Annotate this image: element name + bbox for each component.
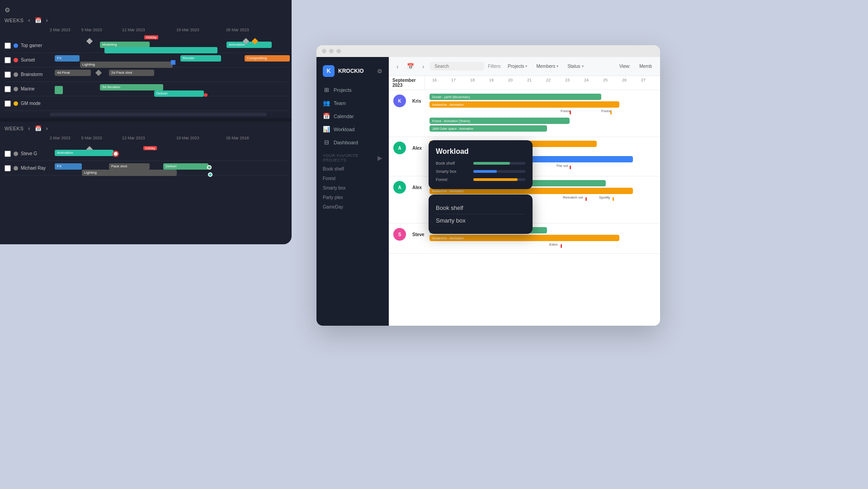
workload-title: Workload bbox=[436, 147, 525, 156]
bar-packshot-michaelray: Pack shot bbox=[109, 163, 150, 170]
kris-forest-row: Forest Forest bbox=[429, 109, 656, 116]
row-checkbox-brainstorm[interactable] bbox=[5, 71, 11, 78]
row-dot-sunset bbox=[14, 58, 18, 62]
cal-date-23: 23 bbox=[558, 76, 577, 90]
sidebar-project-bookshelf[interactable]: Book shelf bbox=[316, 164, 389, 174]
date-5: 26 Mar 2023 bbox=[226, 28, 249, 32]
row-name-steveg: Steve G bbox=[21, 151, 55, 156]
wb-fill-forest bbox=[473, 178, 518, 181]
the-vol-label: The vol bbox=[556, 164, 568, 168]
wb-label-bookshelf: Book shelf bbox=[436, 161, 470, 166]
row-checkbox-marine[interactable] bbox=[5, 86, 11, 92]
projects-filter-btn[interactable]: Projects ▾ bbox=[505, 62, 530, 70]
date-s2-5: 26 Mar 2018 bbox=[226, 136, 249, 140]
steve-eden-row: Eden bbox=[429, 242, 656, 250]
prev-btn-1[interactable]: ‹ bbox=[26, 16, 32, 24]
calendar-icon-2: 📅 bbox=[35, 125, 42, 132]
search-input[interactable] bbox=[430, 62, 484, 71]
scroll-bar-1[interactable] bbox=[50, 113, 267, 116]
bar-compositing-sunset: Compositing bbox=[245, 55, 290, 62]
team-label: Team bbox=[334, 100, 346, 106]
sidebar-item-projects[interactable]: ⊞ Projects bbox=[316, 83, 389, 96]
forest-marker-2 bbox=[610, 111, 612, 114]
row-dot-topgamer bbox=[14, 43, 18, 48]
dashboard-icon: ⊟ bbox=[323, 139, 330, 146]
bar-animation-steveg: Animation bbox=[55, 150, 113, 156]
row-checkbox-michaelray[interactable] bbox=[5, 165, 11, 171]
wb-fill-smartybox bbox=[473, 170, 497, 173]
cal-date-24: 24 bbox=[577, 76, 596, 90]
chevron-icon: ▾ bbox=[525, 64, 527, 68]
diamond-marker bbox=[86, 38, 93, 44]
sidebar-logo: K KROCKIO ⚙ bbox=[316, 62, 389, 83]
projects-icon: ⊞ bbox=[323, 86, 330, 93]
favorites-header: Your favorite projects ▶ bbox=[316, 149, 389, 164]
favorites-label: Your favorite projects bbox=[323, 153, 377, 162]
diamond-brainstorm bbox=[95, 69, 102, 76]
cal-header-row: September 2023 16 17 18 19 20 21 22 23 2… bbox=[389, 76, 660, 90]
row-dot-gmmode bbox=[14, 101, 18, 106]
bar-kris-jam: JAM Outer space - Animation bbox=[429, 125, 547, 132]
date-s2-4: 19 Mar 2023 bbox=[176, 136, 199, 140]
row-dot-brainstorm bbox=[14, 72, 18, 77]
toolbar-next-btn[interactable]: › bbox=[420, 62, 427, 71]
sidebar-project-smartybox[interactable]: Smarty box bbox=[316, 183, 389, 193]
toolbar-prev-btn[interactable]: ‹ bbox=[394, 62, 401, 71]
memb-btn[interactable]: Memb bbox=[637, 62, 655, 70]
gantt-rows-section1: Top gamer Modeling Holiday Animation Sun… bbox=[5, 38, 287, 111]
holiday-badge-1: Holiday bbox=[144, 35, 158, 39]
row-bars-steveg: Animation holiday bbox=[55, 147, 287, 161]
sidebar-item-calendar[interactable]: 📅 Calendar bbox=[316, 109, 389, 123]
gantt-rows-section2: Steve G Animation holiday Michael Ray FX… bbox=[5, 147, 287, 176]
cal-date-19: 19 bbox=[482, 76, 501, 90]
alex2-name: Alex bbox=[412, 185, 422, 190]
row-checkbox-gmmode[interactable] bbox=[5, 100, 11, 107]
prev-btn-2[interactable]: ‹ bbox=[26, 124, 32, 132]
section1-nav: WEEKS ‹ 📅 › bbox=[5, 16, 287, 24]
next-btn-2[interactable]: › bbox=[44, 124, 50, 132]
sidebar-item-dashboard[interactable]: ⊟ Dashboard bbox=[316, 136, 389, 149]
gear-icon[interactable]: ⚙ bbox=[5, 6, 10, 14]
row-checkbox-steveg[interactable] bbox=[5, 151, 11, 157]
weeks-label-1: WEEKS bbox=[5, 18, 24, 23]
rematch-label: Rematch vol bbox=[563, 195, 583, 199]
bar-deliver-michaelray: Deliver bbox=[163, 163, 208, 170]
overlay-smartybox[interactable]: Smarty box bbox=[436, 214, 525, 227]
dashboard-label: Dashboard bbox=[334, 140, 358, 145]
next-btn-1[interactable]: › bbox=[44, 16, 50, 24]
sidebar: K KROCKIO ⚙ ⊞ Projects 👥 Team 📅 Calendar… bbox=[316, 57, 389, 326]
rematch-marker bbox=[585, 197, 587, 201]
add-project-btn[interactable]: ▶ bbox=[377, 154, 382, 161]
section2-nav: WEEKS ‹ 📅 › bbox=[5, 124, 287, 132]
gantt-row-gmmode: GM mode bbox=[5, 96, 287, 111]
main-toolbar: ‹ 📅 › Filters: Projects ▾ Members ▾ Stat… bbox=[389, 57, 660, 76]
workload-bars-container: Book shelf Smarty box Forest bbox=[436, 161, 525, 182]
holiday-badge-steveg: holiday bbox=[143, 146, 157, 150]
row-checkbox-topgamer[interactable] bbox=[5, 43, 11, 49]
calendar-icon-1: 📅 bbox=[35, 17, 42, 24]
overlay-bookshelf[interactable]: Book shelf bbox=[436, 202, 525, 214]
view-btn[interactable]: View: bbox=[617, 62, 633, 70]
gantt-row-michaelray: Michael Ray FX Pack shot Deliver Lightin… bbox=[5, 161, 287, 176]
sidebar-project-partyplex[interactable]: Party plex bbox=[316, 193, 389, 202]
cal-date-25: 25 bbox=[596, 76, 615, 90]
row-name-sunset: Sunset bbox=[21, 57, 55, 62]
sidebar-project-forest[interactable]: Forest bbox=[316, 174, 389, 183]
status-filter-btn[interactable]: Status ▾ bbox=[565, 62, 586, 70]
sidebar-item-workload[interactable]: 📊 Workload bbox=[316, 123, 389, 136]
bar-kris-blockchain: Duster - part5 (Blockchain) bbox=[429, 94, 601, 100]
toolbar-cal-btn[interactable]: 📅 bbox=[405, 62, 416, 71]
sidebar-project-gameday[interactable]: GameDay bbox=[316, 202, 389, 212]
kris-avatar: K bbox=[393, 95, 406, 107]
sidebar-gear-icon[interactable]: ⚙ bbox=[377, 68, 382, 75]
sidebar-item-team[interactable]: 👥 Team bbox=[316, 96, 389, 109]
alex1-user-info: A Alex bbox=[393, 141, 429, 154]
row-checkbox-sunset[interactable] bbox=[5, 57, 11, 63]
wb-label-smartybox: Smarty box bbox=[436, 169, 470, 174]
row-name-gmmode: GM mode bbox=[21, 101, 55, 106]
members-filter-btn[interactable]: Members ▾ bbox=[533, 62, 561, 70]
logo-text: KROCKIO bbox=[338, 68, 364, 74]
weeks-label-2: WEEKS bbox=[5, 126, 24, 131]
main-content: ‹ 📅 › Filters: Projects ▾ Members ▾ Stat… bbox=[389, 57, 660, 326]
gantt-row-topgamer: Top gamer Modeling Holiday Animation bbox=[5, 38, 287, 53]
